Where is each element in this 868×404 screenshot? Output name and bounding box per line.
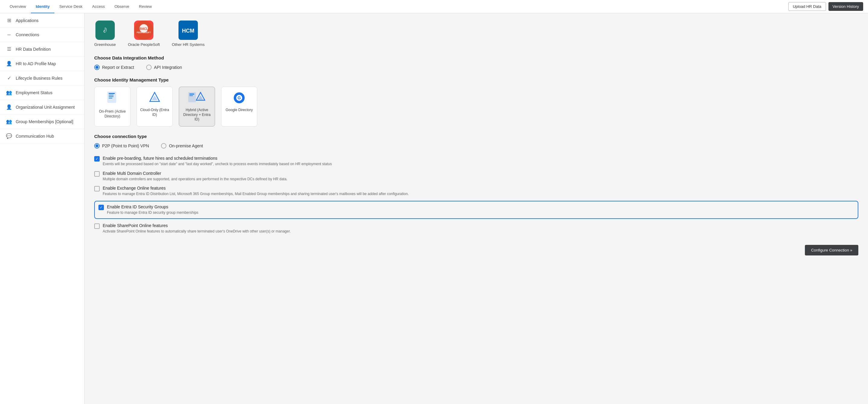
identity-cards-row: On-Prem (Active Directory) Cloud-Only (E… (94, 87, 858, 126)
sidebar-item-connections-label: Connections (16, 32, 39, 37)
hcm-icon: HCM (179, 21, 198, 40)
action-bar: Configure Connection » (94, 243, 858, 255)
p2p-label: P2P (Point to Point) VPN (102, 144, 149, 148)
upload-hr-data-button[interactable]: Upload HR Data (788, 2, 826, 11)
google-label: Google Directory (226, 108, 253, 113)
sidebar: ⊞ Applications ↔ Connections ☰ HR Data D… (0, 13, 85, 404)
version-history-button[interactable]: Version History (829, 2, 863, 11)
entra-security-desc: Feature to manage Entra ID security grou… (107, 210, 854, 215)
on-prem-card[interactable]: On-Prem (Active Directory) (94, 87, 130, 126)
p2p-radio[interactable] (94, 143, 100, 149)
p2p-option[interactable]: P2P (Point to Point) VPN (94, 143, 149, 149)
sidebar-item-employment-status[interactable]: 👥 Employment Status (0, 86, 84, 100)
on-premise-option[interactable]: On-premise Agent (161, 143, 203, 149)
greenhouse-icon: ∂ (95, 21, 115, 40)
svg-rect-17 (189, 95, 193, 96)
on-premise-label: On-premise Agent (169, 144, 203, 148)
svg-rect-16 (189, 94, 194, 94)
features-group: Enable pre-boarding, future hires and sc… (94, 156, 858, 234)
api-integration-option[interactable]: API Integration (146, 65, 182, 70)
communication-icon: 💬 (6, 133, 12, 139)
hybrid-card[interactable]: Hybrid (Active Directory + Entra ID) (179, 87, 215, 126)
sidebar-item-applications[interactable]: ⊞ Applications (0, 13, 84, 28)
connections-icon: ↔ (6, 32, 12, 37)
multi-domain-label: Enable Multi Domain Controller (103, 171, 858, 176)
hr-systems-row: ∂ Greenhouse ORACLE PEOPLESOFT Oracle Pe… (94, 21, 858, 47)
sidebar-item-org-unit[interactable]: 👤 Organizational Unit Assignment (0, 100, 84, 115)
cloud-only-label: Cloud-Only (Entra ID) (140, 108, 169, 117)
sharepoint-label: Enable SharePoint Online features (103, 223, 858, 228)
multi-domain-checkbox[interactable] (94, 171, 100, 177)
svg-text:G: G (238, 95, 241, 100)
sidebar-item-lifecycle-label: Lifecycle Business Rules (16, 76, 63, 81)
oracle-system[interactable]: ORACLE PEOPLESOFT Oracle PeopleSoft (128, 21, 160, 47)
data-integration-header: Choose Data Integration Method (94, 55, 858, 60)
on-premise-radio[interactable] (161, 143, 166, 149)
connection-type-header: Choose connection type (94, 134, 858, 139)
sidebar-item-connections[interactable]: ↔ Connections (0, 28, 84, 42)
applications-icon: ⊞ (6, 18, 12, 23)
report-extract-option[interactable]: Report or Extract (94, 65, 134, 70)
report-extract-label: Report or Extract (102, 65, 134, 70)
exchange-online-label: Enable Exchange Online features (103, 186, 858, 190)
nav-observe[interactable]: Observe (110, 0, 134, 13)
group-icon: 👥 (6, 119, 12, 124)
sidebar-item-org-label: Organizational Unit Assignment (16, 105, 74, 110)
api-integration-label: API Integration (154, 65, 182, 70)
entra-security-checkbox[interactable] (98, 205, 104, 210)
preboarding-desc: Events will be processed based on "start… (103, 161, 858, 167)
nav-identity[interactable]: Identity (31, 0, 54, 13)
sidebar-item-group-label: Group Memberships [Optional] (16, 119, 73, 124)
sidebar-item-hr-data-definition[interactable]: ☰ HR Data Definition (0, 42, 84, 57)
sidebar-item-group-memberships[interactable]: 👥 Group Memberships [Optional] (0, 115, 84, 129)
report-extract-radio[interactable] (94, 65, 100, 70)
sidebar-item-communication-hub[interactable]: 💬 Communication Hub (0, 129, 84, 144)
nav-overview[interactable]: Overview (5, 0, 31, 13)
sharepoint-desc: Activate SharePoint Online features to a… (103, 229, 858, 234)
nav-service-desk[interactable]: Service Desk (54, 0, 87, 13)
svg-rect-11 (109, 96, 114, 97)
sidebar-item-lifecycle[interactable]: ✓ Lifecycle Business Rules (0, 71, 84, 86)
sidebar-item-communication-label: Communication Hub (16, 134, 54, 138)
preboarding-label: Enable pre-boarding, future hires and sc… (103, 156, 858, 161)
sharepoint-checkbox[interactable] (94, 223, 100, 229)
hr-ad-icon: 👤 (6, 61, 12, 66)
hybrid-icon (188, 91, 206, 105)
top-nav: Overview Identity Service Desk Access Ob… (0, 0, 868, 13)
hybrid-label: Hybrid (Active Directory + Entra ID) (182, 108, 212, 122)
preboarding-checkbox[interactable] (94, 156, 100, 161)
sharepoint-content: Enable SharePoint Online features Activa… (103, 223, 858, 234)
google-card[interactable]: G Google Directory (221, 87, 257, 126)
svg-rect-12 (109, 98, 112, 98)
employment-icon: 👥 (6, 90, 12, 95)
sidebar-item-hr-data-label: HR Data Definition (16, 47, 51, 52)
on-prem-label: On-Prem (Active Directory) (98, 109, 127, 119)
exchange-online-desc: Features to manage Entra ID Distribution… (103, 191, 858, 196)
greenhouse-label: Greenhouse (94, 42, 116, 47)
oracle-label: Oracle PeopleSoft (128, 42, 160, 47)
nav-review[interactable]: Review (134, 0, 157, 13)
entra-security-label: Enable Entra ID Security Groups (107, 205, 854, 209)
svg-text:PEOPLESOFT: PEOPLESOFT (137, 31, 151, 33)
sidebar-item-hr-ad-profile[interactable]: 👤 HR to AD Profile Map (0, 57, 84, 71)
configure-connection-button[interactable]: Configure Connection » (805, 245, 858, 255)
sharepoint-feature: Enable SharePoint Online features Activa… (94, 223, 858, 234)
greenhouse-system[interactable]: ∂ Greenhouse (94, 21, 116, 47)
exchange-online-checkbox[interactable] (94, 186, 100, 191)
cloud-only-icon (148, 91, 161, 105)
lifecycle-icon: ✓ (6, 75, 12, 81)
on-prem-icon (106, 91, 118, 107)
cloud-only-card[interactable]: Cloud-Only (Entra ID) (136, 87, 173, 126)
other-hr-system[interactable]: HCM Other HR Systems (172, 21, 205, 47)
api-integration-radio[interactable] (146, 65, 152, 70)
main-layout: ⊞ Applications ↔ Connections ☰ HR Data D… (0, 13, 868, 404)
hr-data-icon: ☰ (6, 46, 12, 52)
preboarding-content: Enable pre-boarding, future hires and sc… (103, 156, 858, 167)
svg-rect-9 (109, 93, 115, 94)
nav-access[interactable]: Access (87, 0, 110, 13)
exchange-online-feature: Enable Exchange Online features Features… (94, 186, 858, 196)
nav-items: Overview Identity Service Desk Access Ob… (5, 0, 788, 13)
main-content: ∂ Greenhouse ORACLE PEOPLESOFT Oracle Pe… (85, 13, 868, 404)
oracle-icon: ORACLE PEOPLESOFT (134, 21, 153, 40)
exchange-online-content: Enable Exchange Online features Features… (103, 186, 858, 196)
